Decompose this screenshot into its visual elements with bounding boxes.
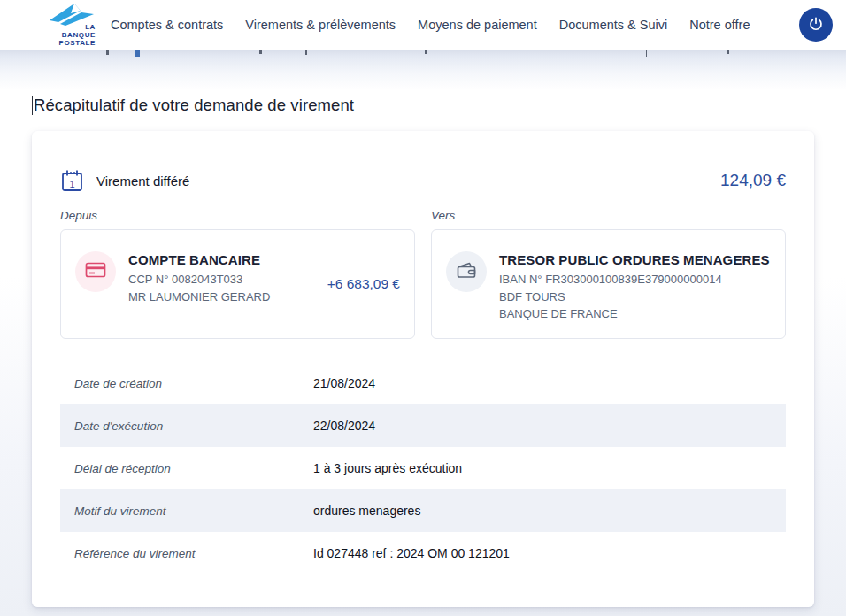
from-account-card: COMPTE BANCAIRE CCP N° 0082043T033 MR LA…	[60, 229, 415, 339]
detail-value: 22/08/2024	[313, 419, 375, 433]
to-account-info: TRESOR PUBLIC ORDURES MENAGERES IBAN N° …	[499, 244, 770, 323]
from-account-holder: MR LAUMONIER GERARD	[128, 289, 270, 306]
transfer-summary-card: 1 Virement différé 124,09 € Depuis	[32, 131, 814, 607]
to-account-bank: BANQUE DE FRANCE	[499, 305, 770, 323]
text-cursor	[32, 96, 33, 115]
detail-row-motif: Motif du virement ordures menageres	[60, 489, 786, 532]
credit-card-icon	[85, 259, 106, 284]
from-account-balance: +6 683,09 €	[327, 276, 400, 292]
text-fragment	[135, 50, 140, 57]
main-nav: Comptes & contrats Virements & prélèveme…	[111, 18, 750, 32]
text-fragment	[259, 50, 262, 54]
to-account-name: TRESOR PUBLIC ORDURES MENAGERES	[499, 252, 770, 267]
svg-text:1: 1	[69, 179, 74, 189]
page-title: Récapitulatif de votre demande de vireme…	[34, 96, 354, 115]
to-account-avatar	[446, 251, 487, 292]
from-account-avatar	[75, 251, 116, 292]
text-fragment	[727, 50, 729, 54]
detail-label: Référence du virement	[74, 547, 313, 560]
detail-label: Délai de réception	[74, 462, 313, 475]
detail-value: Id 027448 ref : 2024 OM 00 121201	[313, 546, 510, 560]
from-column: Depuis COMPTE BANCAIRE CCP N° 0082043T03…	[60, 209, 415, 339]
detail-row-date-execution: Date d'exécution 22/08/2024	[60, 404, 786, 447]
nav-virements-prelevements[interactable]: Virements & prélèvements	[245, 18, 396, 32]
to-account-branch: BDF TOURS	[499, 289, 770, 306]
from-account-info: COMPTE BANCAIRE CCP N° 0082043T033 MR LA…	[128, 244, 270, 305]
detail-value: 1 à 3 jours après exécution	[313, 461, 462, 475]
detail-value: 21/08/2024	[313, 376, 375, 390]
nav-notre-offre[interactable]: Notre offre	[689, 18, 750, 32]
detail-row-date-creation: Date de création 21/08/2024	[60, 362, 786, 404]
text-fragment	[106, 50, 109, 55]
to-account-card: TRESOR PUBLIC ORDURES MENAGERES IBAN N° …	[431, 229, 786, 339]
to-account-iban: IBAN N° FR303000100839E379000000014	[499, 271, 770, 289]
title-row: Récapitulatif de votre demande de vireme…	[0, 90, 846, 115]
logout-button[interactable]	[799, 8, 833, 42]
text-fragment	[425, 50, 427, 54]
calendar-icon: 1	[60, 168, 84, 193]
from-account-name: COMPTE BANCAIRE	[128, 252, 270, 267]
detail-row-delai-reception: Délai de réception 1 à 3 jours après exé…	[60, 447, 786, 489]
text-fragment	[305, 50, 307, 55]
la-banque-postale-logo[interactable]: LA BANQUE POSTALE	[32, 3, 96, 48]
to-section-label: Vers	[431, 209, 786, 222]
to-column: Vers TRESOR PUBLIC ORDURES MENAGERES IBA…	[431, 209, 786, 339]
transfer-type-row: 1 Virement différé 124,09 €	[60, 168, 786, 193]
detail-label: Date de création	[74, 377, 313, 390]
from-account-number: CCP N° 0082043T033	[128, 271, 270, 289]
transfer-amount: 124,09 €	[720, 171, 786, 190]
top-navigation-bar: LA BANQUE POSTALE Comptes & contrats Vir…	[0, 0, 846, 50]
nav-moyens-paiement[interactable]: Moyens de paiement	[418, 18, 537, 32]
transfer-details-list: Date de création 21/08/2024 Date d'exécu…	[60, 362, 786, 574]
detail-label: Motif du virement	[74, 504, 313, 518]
nav-comptes-contrats[interactable]: Comptes & contrats	[111, 18, 223, 32]
detail-label: Date d'exécution	[74, 420, 313, 433]
text-fragment	[646, 50, 647, 57]
clipped-scroll-content	[0, 50, 846, 90]
detail-value: ordures menageres	[313, 504, 420, 518]
accounts-columns: Depuis COMPTE BANCAIRE CCP N° 0082043T03…	[60, 209, 786, 339]
wallet-icon	[456, 259, 477, 284]
detail-row-reference: Référence du virement Id 027448 ref : 20…	[60, 532, 786, 574]
power-icon	[807, 15, 825, 35]
logo-wordmark: LA BANQUE POSTALE	[59, 23, 96, 48]
from-section-label: Depuis	[60, 209, 415, 222]
transfer-type-label: Virement différé	[96, 173, 189, 189]
nav-documents-suivi[interactable]: Documents & Suivi	[559, 18, 668, 32]
